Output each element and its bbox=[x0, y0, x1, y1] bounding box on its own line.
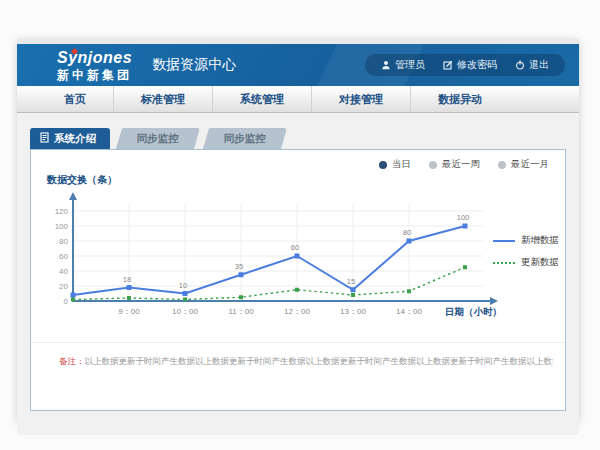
svg-text:40: 40 bbox=[59, 267, 68, 276]
radio-icon bbox=[379, 161, 387, 169]
nav-item[interactable]: 对接管理 bbox=[311, 86, 410, 112]
svg-text:15: 15 bbox=[347, 277, 355, 286]
period-radio-label: 当日 bbox=[392, 158, 411, 171]
svg-text:11：00: 11：00 bbox=[228, 307, 254, 316]
period-radio-label: 最近一周 bbox=[442, 158, 480, 171]
nav-item[interactable]: 数据异动 bbox=[410, 86, 509, 112]
period-radio[interactable]: 当日 bbox=[379, 158, 411, 171]
edit-icon bbox=[443, 60, 453, 70]
svg-text:13：00: 13：00 bbox=[340, 307, 366, 316]
user-menu-item[interactable]: 管理员 bbox=[381, 58, 425, 72]
svg-text:0: 0 bbox=[64, 297, 69, 306]
content-area: 系统介绍同步监控同步监控 当日最近一周最近一月 数据交换（条） 02040608… bbox=[17, 128, 579, 435]
panel-divider bbox=[31, 342, 565, 343]
nav-item[interactable]: 标准管理 bbox=[113, 86, 212, 112]
tab[interactable]: 同步监控 bbox=[201, 128, 287, 149]
user-icon bbox=[381, 60, 391, 70]
svg-text:35: 35 bbox=[235, 262, 243, 271]
tab[interactable]: 同步监控 bbox=[114, 128, 200, 149]
logo-wordmark: Synjones bbox=[57, 50, 132, 66]
user-menu-label: 退出 bbox=[529, 58, 549, 72]
tab-active[interactable]: 系统介绍 bbox=[30, 128, 110, 149]
footnote-text: 以上数据更新于时间产生数据以上数据更新于时间产生数据以上数据更新于时间产生数据以… bbox=[85, 356, 554, 366]
logo: Synjones 新中新集团 bbox=[57, 50, 132, 81]
user-menu-label: 管理员 bbox=[395, 58, 425, 72]
y-axis-title: 数据交换（条） bbox=[47, 173, 117, 187]
footnote-separator: ： bbox=[76, 356, 85, 366]
logo-text: Synjones bbox=[57, 49, 132, 66]
user-menu-item[interactable]: 修改密码 bbox=[443, 58, 497, 72]
svg-text:120: 120 bbox=[55, 207, 69, 216]
svg-text:9：00: 9：00 bbox=[118, 307, 140, 316]
period-radio[interactable]: 最近一月 bbox=[498, 158, 549, 171]
app-window: Synjones 新中新集团 数据资源中心 管理员修改密码退出 首页标准管理系统… bbox=[17, 38, 579, 420]
user-menu: 管理员修改密码退出 bbox=[365, 54, 565, 76]
period-radio[interactable]: 最近一周 bbox=[429, 158, 480, 171]
document-icon bbox=[40, 132, 49, 145]
radio-icon bbox=[498, 161, 506, 169]
legend-label: 新增数据 bbox=[521, 234, 559, 247]
legend-item[interactable]: 更新数据 bbox=[493, 256, 559, 269]
svg-text:10: 10 bbox=[179, 281, 187, 290]
period-filter: 当日最近一周最近一月 bbox=[379, 158, 549, 171]
svg-text:10：00: 10：00 bbox=[172, 307, 198, 316]
tab-label: 同步监控 bbox=[224, 132, 266, 146]
line-chart: 0204060801001209：0010：0011：0012：0013：001… bbox=[43, 190, 503, 330]
footnote-label: 备注 bbox=[59, 356, 76, 366]
svg-text:12：00: 12：00 bbox=[284, 307, 310, 316]
main-nav: 首页标准管理系统管理对接管理数据异动 bbox=[17, 86, 579, 113]
chart-panel: 当日最近一周最近一月 数据交换（条） 0204060801001209：0010… bbox=[30, 149, 566, 411]
period-radio-label: 最近一月 bbox=[511, 158, 549, 171]
nav-item[interactable]: 首页 bbox=[37, 86, 113, 112]
legend-line-sample bbox=[493, 262, 515, 264]
legend-label: 更新数据 bbox=[521, 256, 559, 269]
legend-item[interactable]: 新增数据 bbox=[493, 234, 559, 247]
app-header: Synjones 新中新集团 数据资源中心 管理员修改密码退出 bbox=[17, 44, 579, 86]
svg-text:60: 60 bbox=[59, 252, 68, 261]
svg-text:日期（小时）: 日期（小时） bbox=[445, 306, 502, 318]
svg-text:20: 20 bbox=[59, 282, 68, 291]
svg-text:100: 100 bbox=[55, 222, 69, 231]
svg-text:18: 18 bbox=[123, 275, 131, 284]
chart-legend: 新增数据更新数据 bbox=[493, 234, 559, 278]
legend-line-sample bbox=[493, 240, 515, 242]
svg-text:80: 80 bbox=[59, 237, 68, 246]
svg-text:100: 100 bbox=[457, 213, 470, 222]
user-menu-item[interactable]: 退出 bbox=[515, 58, 549, 72]
svg-text:60: 60 bbox=[291, 243, 299, 252]
tab-bar: 系统介绍同步监控同步监控 bbox=[30, 128, 579, 149]
svg-text:14：00: 14：00 bbox=[396, 307, 422, 316]
tab-label: 系统介绍 bbox=[54, 132, 96, 146]
page-title: 数据资源中心 bbox=[152, 56, 236, 74]
tab-label: 同步监控 bbox=[137, 132, 179, 146]
user-menu-label: 修改密码 bbox=[457, 58, 497, 72]
svg-text:80: 80 bbox=[403, 228, 411, 237]
radio-icon bbox=[429, 161, 437, 169]
footnote: 备注：以上数据更新于时间产生数据以上数据更新于时间产生数据以上数据更新于时间产生… bbox=[59, 356, 553, 368]
logo-subtitle: 新中新集团 bbox=[57, 69, 132, 81]
nav-item[interactable]: 系统管理 bbox=[212, 86, 311, 112]
logout-icon bbox=[515, 60, 525, 70]
